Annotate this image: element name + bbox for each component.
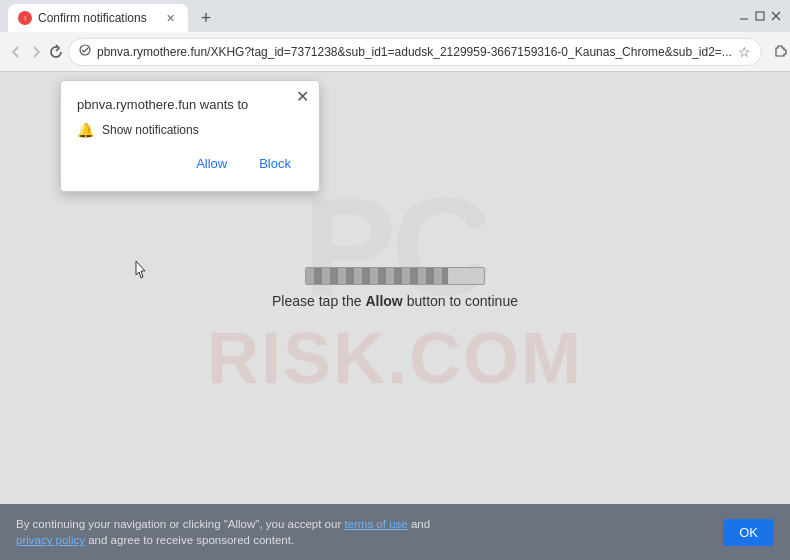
bottom-text-before: By continuing your navigation or clickin…	[16, 518, 344, 530]
bottom-text-between: and	[408, 518, 430, 530]
allow-button[interactable]: Allow	[184, 152, 239, 175]
close-button[interactable]	[770, 10, 782, 22]
title-bar: ! Confirm notifications ✕ +	[0, 0, 790, 32]
browser-content: PC RISK.COM Please tap the Allow button …	[0, 72, 790, 504]
minimize-button[interactable]	[738, 10, 750, 22]
page-allow-word: Allow	[365, 293, 402, 309]
svg-rect-1	[756, 12, 764, 20]
progress-bar-fill	[306, 268, 448, 284]
svg-marker-9	[136, 261, 145, 278]
tab-close-button[interactable]: ✕	[162, 10, 178, 26]
page-main-content: Please tap the Allow button to continue	[272, 267, 518, 309]
bell-icon: 🔔	[77, 122, 94, 138]
page-text-after: button to continue	[403, 293, 518, 309]
url-text: pbnva.rymothere.fun/XKHG?tag_id=7371238&…	[97, 45, 732, 59]
privacy-policy-link[interactable]: privacy policy	[16, 534, 85, 546]
tab-title: Confirm notifications	[38, 11, 156, 25]
refresh-button[interactable]	[48, 38, 64, 66]
maximize-button[interactable]	[754, 10, 766, 22]
active-tab[interactable]: ! Confirm notifications ✕	[8, 4, 188, 32]
tab-favicon: !	[18, 11, 32, 25]
chrome-window: ! Confirm notifications ✕ +	[0, 0, 790, 560]
page-text-before: Please tap the	[272, 293, 365, 309]
page-instruction-text: Please tap the Allow button to continue	[272, 293, 518, 309]
bookmark-icon[interactable]: ☆	[738, 44, 751, 60]
window-controls	[738, 10, 782, 22]
toolbar-actions	[766, 38, 790, 66]
bottom-text: By continuing your navigation or clickin…	[16, 516, 711, 548]
popup-close-button[interactable]: ✕	[296, 89, 309, 105]
block-button[interactable]: Block	[247, 152, 303, 175]
notification-popup: ✕ pbnva.rymothere.fun wants to 🔔 Show no…	[60, 80, 320, 192]
forward-button[interactable]	[28, 38, 44, 66]
back-button[interactable]	[8, 38, 24, 66]
progress-bar-container	[305, 267, 485, 285]
watermark-risk-text: RISK.COM	[207, 317, 583, 399]
page-background: PC RISK.COM Please tap the Allow button …	[0, 72, 790, 504]
terms-of-use-link[interactable]: terms of use	[344, 518, 407, 530]
mouse-cursor	[135, 260, 147, 278]
bottom-text-after: and agree to receive sponsored content.	[85, 534, 294, 546]
popup-title: pbnva.rymothere.fun wants to	[77, 97, 303, 112]
url-bar[interactable]: pbnva.rymothere.fun/XKHG?tag_id=7371238&…	[68, 38, 762, 66]
tab-bar: ! Confirm notifications ✕ +	[8, 0, 730, 32]
svg-point-4	[80, 45, 90, 55]
popup-notification-label: Show notifications	[102, 123, 199, 137]
new-tab-button[interactable]: +	[192, 4, 220, 32]
bottom-bar: By continuing your navigation or clickin…	[0, 504, 790, 560]
ok-button[interactable]: OK	[723, 519, 774, 546]
address-bar: pbnva.rymothere.fun/XKHG?tag_id=7371238&…	[0, 32, 790, 72]
popup-buttons: Allow Block	[77, 152, 303, 175]
popup-notification-row: 🔔 Show notifications	[77, 122, 303, 138]
extensions-button[interactable]	[766, 38, 790, 66]
security-icon	[79, 44, 91, 59]
